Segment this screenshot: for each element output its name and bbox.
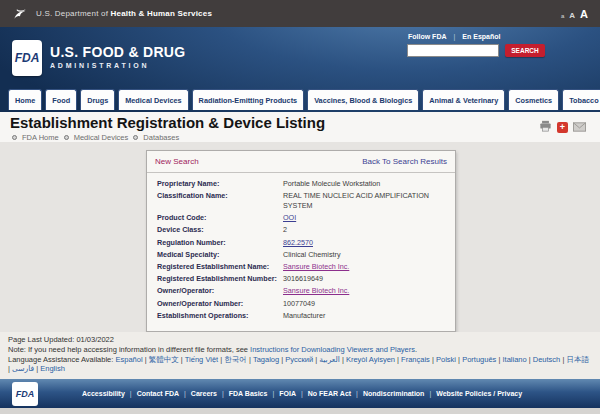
breadcrumb-bullet-icon	[64, 135, 69, 140]
tab-food[interactable]: Food	[45, 89, 77, 110]
language-link-polski[interactable]: Polski	[436, 355, 456, 364]
breadcrumb: FDA HomeMedical DevicesDatabases	[12, 133, 179, 142]
language-link-5[interactable]: Русский	[285, 355, 313, 364]
back-to-search-results-link[interactable]: Back To Search Results	[362, 157, 447, 166]
row-label-product-code: Product Code:	[157, 213, 283, 223]
wordmark-line1: U.S. FOOD & DRUG	[50, 44, 185, 60]
row-value-owner-operator[interactable]: Sansure Biotech Inc.	[283, 286, 445, 296]
language-link-deutsch[interactable]: Deutsch	[533, 355, 561, 364]
row-value-establishment-operations: Manufacturer	[283, 311, 445, 321]
breadcrumb-medical-devices[interactable]: Medical Devices	[74, 133, 129, 142]
share-icon[interactable]: +	[557, 122, 568, 133]
table-row: Registered Establishment Number:30166196…	[157, 274, 445, 284]
utility-separator: |	[454, 33, 456, 40]
breadcrumb-databases[interactable]: Databases	[143, 133, 179, 142]
footer-link-website-policies-privacy[interactable]: Website Policies / Privacy	[436, 390, 522, 397]
row-value-proprietary-name: Portable Molecule Workstation	[283, 179, 445, 189]
footer-link-separator: |	[429, 390, 431, 397]
language-assistance: Language Assistance Available: Español |…	[8, 355, 592, 375]
row-label-device-class: Device Class:	[157, 225, 283, 235]
search-button[interactable]: SEARCH	[505, 44, 545, 57]
print-icon[interactable]	[539, 118, 552, 136]
tab-drugs[interactable]: Drugs	[80, 89, 115, 110]
viewers-players-link[interactable]: Instructions for Downloading Viewers and…	[250, 345, 415, 354]
language-link-3[interactable]: 한국어	[224, 355, 247, 364]
font-size-large-button[interactable]: A	[580, 8, 588, 20]
table-row: Classification Name:REAL TIME NUCLEIC AC…	[157, 191, 445, 210]
table-row: Establishment Operations:Manufacturer	[157, 311, 445, 321]
footer-fda-logo[interactable]: FDA	[12, 382, 38, 406]
bottom-strip	[0, 408, 600, 414]
row-label-medical-specialty: Medical Specialty:	[157, 250, 283, 260]
follow-fda-link[interactable]: Follow FDA	[408, 33, 447, 40]
font-size-controls: a A A	[561, 8, 588, 20]
language-link-tagalog[interactable]: Tagalog	[253, 355, 279, 364]
tab-vaccines-blood-biologics[interactable]: Vaccines, Blood & Biologics	[307, 89, 419, 110]
site-wordmark: U.S. FOOD & DRUG ADMINISTRATION	[50, 44, 185, 69]
breadcrumb-bullet-icon	[12, 135, 17, 140]
header-utility-links: Follow FDA | En Español	[408, 33, 500, 40]
language-link-ti-ng-vi-t[interactable]: Tiếng Việt	[185, 355, 218, 364]
language-link-13[interactable]: 日本語	[566, 355, 589, 364]
language-link-fran-ais[interactable]: Français	[401, 355, 430, 364]
footer-link-foia[interactable]: FOIA	[279, 390, 296, 397]
footer-link-careers[interactable]: Careers	[191, 390, 217, 397]
tab-animal-veterinary[interactable]: Animal & Veterinary	[422, 89, 505, 110]
result-rows: Proprietary Name:Portable Molecule Works…	[147, 173, 455, 331]
post-content-info: Page Last Updated: 01/03/2022 Note: If y…	[0, 332, 600, 379]
row-label-regulation-number: Regulation Number:	[157, 238, 283, 248]
row-value-medical-specialty: Clinical Chemistry	[283, 250, 445, 260]
row-label-registered-establishment-number: Registered Establishment Number:	[157, 274, 283, 284]
font-size-medium-button[interactable]: A	[569, 11, 575, 20]
tab-medical-devices[interactable]: Medical Devices	[118, 89, 188, 110]
footer-bar: FDA Accessibility|Contact FDA|Careers|FD…	[0, 379, 600, 408]
language-link-14[interactable]: فارسی	[12, 364, 34, 373]
breadcrumb-fda-home[interactable]: FDA Home	[22, 133, 59, 142]
row-value-product-code[interactable]: OOI	[283, 213, 445, 223]
row-value-registered-establishment-name[interactable]: Sansure Biotech Inc.	[283, 262, 445, 272]
content-area: New Search Back To Search Results Propri…	[0, 142, 600, 332]
hhs-department-text[interactable]: U.S. Department of Health & Human Servic…	[36, 9, 212, 18]
en-espanol-link[interactable]: En Español	[462, 33, 500, 40]
language-link-1[interactable]: 繁體中文	[149, 355, 179, 364]
language-link-krey-l-ayisyen[interactable]: Kreyòl Ayisyen	[346, 355, 395, 364]
table-row: Proprietary Name:Portable Molecule Works…	[157, 179, 445, 189]
language-link-portugu-s[interactable]: Português	[462, 355, 496, 364]
table-row: Medical Specialty:Clinical Chemistry	[157, 250, 445, 260]
row-value-regulation-number[interactable]: 862.2570	[283, 238, 445, 248]
row-label-establishment-operations: Establishment Operations:	[157, 311, 283, 321]
new-search-link[interactable]: New Search	[155, 157, 199, 166]
footer-link-accessibility[interactable]: Accessibility	[82, 390, 125, 397]
language-link-italiano[interactable]: Italiano	[502, 355, 526, 364]
footer-link-no-fear-act[interactable]: No FEAR Act	[308, 390, 351, 397]
tab-radiation-emitting-products[interactable]: Radiation-Emitting Products	[192, 89, 305, 110]
result-box: New Search Back To Search Results Propri…	[146, 150, 456, 332]
footer-link-nondiscrimination[interactable]: Nondiscrimination	[363, 390, 424, 397]
wordmark-line2: ADMINISTRATION	[50, 62, 185, 69]
fda-logo[interactable]: FDA	[12, 40, 42, 76]
language-link-6[interactable]: العربية	[319, 355, 340, 364]
tab-cosmetics[interactable]: Cosmetics	[508, 89, 559, 110]
hhs-top-bar: U.S. Department of Health & Human Servic…	[0, 0, 600, 27]
font-size-small-button[interactable]: a	[561, 13, 564, 19]
breadcrumb-bullet-icon	[133, 135, 138, 140]
row-label-classification-name: Classification Name:	[157, 191, 283, 210]
row-label-owner-operator-number: Owner/Operator Number:	[157, 299, 283, 309]
search-input[interactable]	[407, 44, 499, 57]
table-row: Regulation Number:862.2570	[157, 238, 445, 248]
table-row: Product Code:OOI	[157, 213, 445, 223]
table-row: Owner/Operator Number:10077049	[157, 299, 445, 309]
footer-link-fda-basics[interactable]: FDA Basics	[229, 390, 268, 397]
primary-nav: HomeFoodDrugsMedical DevicesRadiation-Em…	[8, 89, 600, 110]
language-assistance-label: Language Assistance Available:	[8, 355, 113, 364]
row-value-classification-name: REAL TIME NUCLEIC ACID AMPLIFICATION SYS…	[283, 191, 445, 210]
email-icon[interactable]	[573, 118, 586, 136]
tab-home[interactable]: Home	[8, 89, 42, 110]
row-value-registered-establishment-number: 3016619649	[283, 274, 445, 284]
language-link-espa-ol[interactable]: Español	[115, 355, 142, 364]
footer-link-contact-fda[interactable]: Contact FDA	[137, 390, 179, 397]
table-row: Device Class:2	[157, 225, 445, 235]
page-last-updated: Page Last Updated: 01/03/2022	[8, 335, 592, 345]
tab-tobacco-products[interactable]: Tobacco Products	[562, 89, 600, 110]
language-link-english[interactable]: English	[40, 364, 65, 373]
